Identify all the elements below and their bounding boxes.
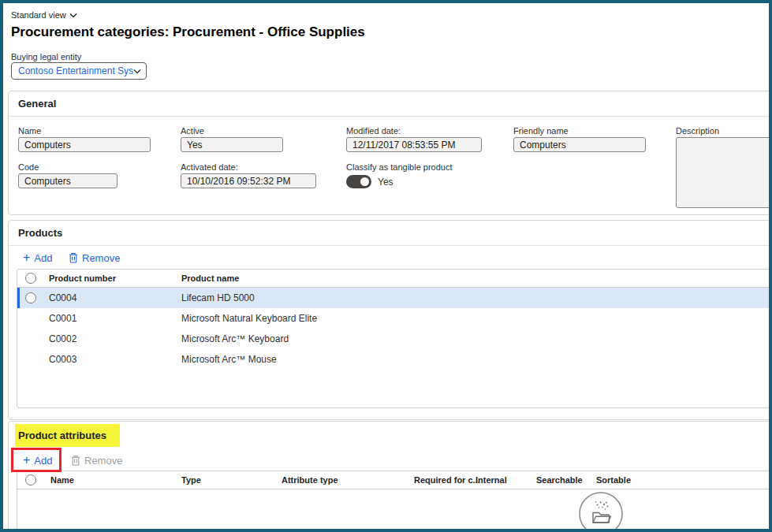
column-header-sortable[interactable]: Sortable xyxy=(596,475,631,485)
product-number-cell: C0004 xyxy=(49,292,76,303)
buying-legal-entity-dropdown[interactable]: Contoso Entertainment Syste... xyxy=(11,62,147,80)
activated-date-label: Activated date: xyxy=(181,162,238,172)
modified-date-label: Modified date: xyxy=(346,126,401,136)
chevron-down-icon xyxy=(133,69,141,74)
description-label: Description xyxy=(676,126,719,136)
products-add-button[interactable]: + Add xyxy=(23,249,52,266)
product-number-cell: C0001 xyxy=(49,313,76,324)
buying-legal-entity-label: Buying legal entity xyxy=(11,52,81,61)
divider xyxy=(9,245,772,246)
procurement-category-page: Standard view Procurement categories: Pr… xyxy=(0,0,772,532)
select-all-radio[interactable] xyxy=(25,474,36,485)
table-row[interactable]: C0004 Lifecam HD 5000 xyxy=(17,288,772,308)
classify-tangible-value: Yes xyxy=(378,177,393,188)
column-header-required[interactable]: Required for c... xyxy=(414,475,480,485)
view-selector-label: Standard view xyxy=(11,10,66,20)
general-section: General Name Active Modified date: Frien… xyxy=(8,91,772,215)
page-title: Procurement categories: Procurement - Of… xyxy=(11,24,365,40)
column-header-product-name[interactable]: Product name xyxy=(181,273,239,283)
column-header-internal[interactable]: Internal xyxy=(476,475,507,485)
attributes-add-label: Add xyxy=(34,455,52,467)
add-icon: + xyxy=(23,454,30,467)
friendly-name-label: Friendly name xyxy=(513,126,569,136)
friendly-name-field[interactable] xyxy=(513,137,646,152)
product-name-cell: Microsoft Arc™ Keyboard xyxy=(181,333,289,344)
products-remove-button[interactable]: Remove xyxy=(69,249,120,266)
products-section: Products + Add Remove Product number Pro… xyxy=(8,220,772,420)
trash-icon xyxy=(71,455,80,466)
code-label: Code xyxy=(18,162,39,172)
code-field[interactable] xyxy=(18,173,117,188)
table-row[interactable]: C0001 Microsoft Natural Keyboard Elite xyxy=(17,308,772,329)
product-name-cell: Microsoft Arc™ Mouse xyxy=(181,354,277,365)
add-icon: + xyxy=(23,251,30,264)
general-section-title: General xyxy=(18,98,56,110)
product-attributes-section-title: Product attributes xyxy=(18,430,106,441)
divider xyxy=(9,116,772,117)
product-attributes-section: Product attributes + Add Remove Name Typ… xyxy=(8,421,772,532)
product-number-cell: C0002 xyxy=(49,333,76,344)
attributes-grid: Name Type Attribute type Required for c.… xyxy=(17,471,772,532)
name-field[interactable] xyxy=(18,137,151,152)
active-label: Active xyxy=(181,126,204,136)
classify-tangible-label: Classify as tangible product xyxy=(346,162,453,172)
classify-tangible-toggle[interactable] xyxy=(346,175,371,188)
column-header-product-number[interactable]: Product number xyxy=(49,273,116,283)
name-label: Name xyxy=(18,126,41,136)
products-section-title: Products xyxy=(18,227,62,239)
column-header-type[interactable]: Type xyxy=(181,475,201,485)
select-all-radio[interactable] xyxy=(25,273,36,284)
table-row[interactable]: C0003 Microsoft Arc™ Mouse xyxy=(17,349,772,370)
row-radio[interactable] xyxy=(25,292,36,303)
product-name-cell: Microsoft Natural Keyboard Elite xyxy=(181,313,317,324)
chevron-down-icon xyxy=(69,13,77,18)
activated-date-field[interactable] xyxy=(181,173,316,188)
attributes-grid-header: Name Type Attribute type Required for c.… xyxy=(17,471,772,489)
products-add-label: Add xyxy=(34,252,52,264)
column-header-searchable[interactable]: Searchable xyxy=(536,475,583,485)
active-field[interactable] xyxy=(181,137,283,152)
attributes-remove-button[interactable]: Remove xyxy=(71,452,122,469)
attributes-remove-label: Remove xyxy=(84,455,122,467)
column-header-name[interactable]: Name xyxy=(50,475,74,485)
trash-icon xyxy=(69,252,78,263)
products-grid-header: Product number Product name xyxy=(17,270,772,288)
product-number-cell: C0003 xyxy=(49,354,76,365)
table-row[interactable]: C0002 Microsoft Arc™ Keyboard xyxy=(17,329,772,349)
description-field[interactable] xyxy=(676,137,772,208)
products-grid: Product number Product name C0004 Lifeca… xyxy=(17,269,772,408)
column-header-attribute-type[interactable]: Attribute type xyxy=(282,475,338,485)
toggle-knob-icon xyxy=(360,177,369,186)
attributes-add-button[interactable]: + Add xyxy=(23,452,52,469)
modified-date-field[interactable] xyxy=(346,137,482,152)
buying-legal-entity-value: Contoso Entertainment Syste... xyxy=(18,65,133,76)
empty-grid-icon xyxy=(578,491,624,532)
view-selector[interactable]: Standard view xyxy=(11,10,77,20)
product-name-cell: Lifecam HD 5000 xyxy=(181,292,255,303)
products-remove-label: Remove xyxy=(82,252,120,264)
